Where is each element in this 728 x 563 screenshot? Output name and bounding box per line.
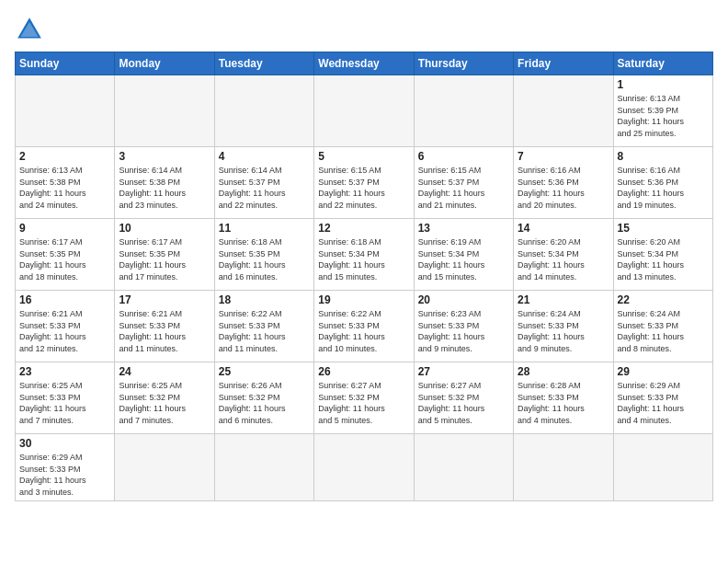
- day-number: 9: [19, 222, 110, 235]
- calendar-cell: 29Sunrise: 6:29 AM Sunset: 5:33 PM Dayli…: [613, 362, 712, 434]
- weekday-header-row: SundayMondayTuesdayWednesdayThursdayFrid…: [16, 52, 713, 75]
- day-info: Sunrise: 6:24 AM Sunset: 5:33 PM Dayligh…: [618, 308, 709, 354]
- calendar-cell: 3Sunrise: 6:14 AM Sunset: 5:38 PM Daylig…: [115, 147, 214, 219]
- logo: [15, 15, 48, 44]
- day-number: 10: [119, 222, 210, 235]
- day-number: 14: [518, 222, 609, 235]
- calendar-cell: 25Sunrise: 6:26 AM Sunset: 5:32 PM Dayli…: [214, 362, 313, 434]
- calendar-cell: 15Sunrise: 6:20 AM Sunset: 5:34 PM Dayli…: [613, 219, 712, 291]
- day-info: Sunrise: 6:16 AM Sunset: 5:36 PM Dayligh…: [518, 165, 609, 211]
- calendar-cell: 28Sunrise: 6:28 AM Sunset: 5:33 PM Dayli…: [514, 362, 613, 434]
- calendar-cell: 11Sunrise: 6:18 AM Sunset: 5:35 PM Dayli…: [214, 219, 313, 291]
- weekday-header-friday: Friday: [514, 52, 613, 75]
- day-info: Sunrise: 6:18 AM Sunset: 5:34 PM Dayligh…: [318, 236, 409, 282]
- day-number: 6: [418, 150, 509, 163]
- calendar-cell: 21Sunrise: 6:24 AM Sunset: 5:33 PM Dayli…: [514, 291, 613, 362]
- day-info: Sunrise: 6:21 AM Sunset: 5:33 PM Dayligh…: [119, 308, 210, 354]
- calendar-cell: [314, 434, 414, 501]
- calendar-cell: [514, 75, 613, 147]
- day-info: Sunrise: 6:18 AM Sunset: 5:35 PM Dayligh…: [219, 236, 310, 282]
- calendar-cell: 14Sunrise: 6:20 AM Sunset: 5:34 PM Dayli…: [514, 219, 613, 291]
- day-number: 29: [618, 365, 709, 378]
- day-info: Sunrise: 6:13 AM Sunset: 5:38 PM Dayligh…: [19, 165, 110, 211]
- day-info: Sunrise: 6:14 AM Sunset: 5:38 PM Dayligh…: [119, 165, 210, 211]
- calendar-cell: 20Sunrise: 6:23 AM Sunset: 5:33 PM Dayli…: [414, 291, 513, 362]
- day-number: 20: [418, 293, 509, 306]
- calendar-week-row: 30Sunrise: 6:29 AM Sunset: 5:33 PM Dayli…: [16, 434, 713, 501]
- day-info: Sunrise: 6:23 AM Sunset: 5:33 PM Dayligh…: [418, 308, 509, 354]
- calendar-cell: 24Sunrise: 6:25 AM Sunset: 5:32 PM Dayli…: [115, 362, 214, 434]
- day-number: 5: [318, 150, 409, 163]
- day-info: Sunrise: 6:29 AM Sunset: 5:33 PM Dayligh…: [19, 452, 110, 498]
- day-number: 26: [318, 365, 409, 378]
- day-info: Sunrise: 6:17 AM Sunset: 5:35 PM Dayligh…: [119, 236, 210, 282]
- weekday-header-monday: Monday: [115, 52, 214, 75]
- calendar-cell: 17Sunrise: 6:21 AM Sunset: 5:33 PM Dayli…: [115, 291, 214, 362]
- day-number: 28: [518, 365, 609, 378]
- day-number: 23: [19, 365, 110, 378]
- calendar-cell: 23Sunrise: 6:25 AM Sunset: 5:33 PM Dayli…: [16, 362, 115, 434]
- calendar-cell: [16, 75, 115, 147]
- weekday-header-wednesday: Wednesday: [314, 52, 414, 75]
- day-number: 24: [119, 365, 210, 378]
- calendar-table: SundayMondayTuesdayWednesdayThursdayFrid…: [15, 52, 713, 501]
- calendar-week-row: 2Sunrise: 6:13 AM Sunset: 5:38 PM Daylig…: [16, 147, 713, 219]
- weekday-header-thursday: Thursday: [414, 52, 513, 75]
- weekday-header-tuesday: Tuesday: [214, 52, 313, 75]
- calendar-cell: 30Sunrise: 6:29 AM Sunset: 5:33 PM Dayli…: [16, 434, 115, 501]
- day-info: Sunrise: 6:20 AM Sunset: 5:34 PM Dayligh…: [618, 236, 709, 282]
- day-number: 11: [219, 222, 310, 235]
- calendar-cell: 4Sunrise: 6:14 AM Sunset: 5:37 PM Daylig…: [214, 147, 313, 219]
- calendar-cell: 18Sunrise: 6:22 AM Sunset: 5:33 PM Dayli…: [214, 291, 313, 362]
- calendar-cell: 8Sunrise: 6:16 AM Sunset: 5:36 PM Daylig…: [613, 147, 712, 219]
- day-info: Sunrise: 6:28 AM Sunset: 5:33 PM Dayligh…: [518, 380, 609, 426]
- day-info: Sunrise: 6:20 AM Sunset: 5:34 PM Dayligh…: [518, 236, 609, 282]
- day-number: 27: [418, 365, 509, 378]
- calendar-cell: 26Sunrise: 6:27 AM Sunset: 5:32 PM Dayli…: [314, 362, 414, 434]
- day-number: 1: [618, 78, 709, 91]
- day-number: 3: [119, 150, 210, 163]
- day-info: Sunrise: 6:22 AM Sunset: 5:33 PM Dayligh…: [318, 308, 409, 354]
- weekday-header-saturday: Saturday: [613, 52, 712, 75]
- calendar-cell: [613, 434, 712, 501]
- day-number: 15: [618, 222, 709, 235]
- day-info: Sunrise: 6:25 AM Sunset: 5:32 PM Dayligh…: [119, 380, 210, 426]
- calendar-week-row: 1Sunrise: 6:13 AM Sunset: 5:39 PM Daylig…: [16, 75, 713, 147]
- calendar-cell: 9Sunrise: 6:17 AM Sunset: 5:35 PM Daylig…: [16, 219, 115, 291]
- day-info: Sunrise: 6:21 AM Sunset: 5:33 PM Dayligh…: [19, 308, 110, 354]
- calendar-cell: 10Sunrise: 6:17 AM Sunset: 5:35 PM Dayli…: [115, 219, 214, 291]
- day-number: 18: [219, 293, 310, 306]
- day-number: 19: [318, 293, 409, 306]
- calendar-cell: 27Sunrise: 6:27 AM Sunset: 5:32 PM Dayli…: [414, 362, 513, 434]
- calendar-cell: [514, 434, 613, 501]
- calendar-cell: 19Sunrise: 6:22 AM Sunset: 5:33 PM Dayli…: [314, 291, 414, 362]
- calendar-cell: [314, 75, 414, 147]
- day-number: 4: [219, 150, 310, 163]
- calendar-cell: [214, 434, 313, 501]
- day-info: Sunrise: 6:26 AM Sunset: 5:32 PM Dayligh…: [219, 380, 310, 426]
- calendar-cell: [115, 434, 214, 501]
- day-number: 17: [119, 293, 210, 306]
- page: SundayMondayTuesdayWednesdayThursdayFrid…: [0, 0, 728, 509]
- logo-icon: [15, 15, 44, 44]
- calendar-cell: 6Sunrise: 6:15 AM Sunset: 5:37 PM Daylig…: [414, 147, 513, 219]
- day-number: 16: [19, 293, 110, 306]
- weekday-header-sunday: Sunday: [16, 52, 115, 75]
- day-info: Sunrise: 6:24 AM Sunset: 5:33 PM Dayligh…: [518, 308, 609, 354]
- calendar-cell: [414, 434, 513, 501]
- day-info: Sunrise: 6:22 AM Sunset: 5:33 PM Dayligh…: [219, 308, 310, 354]
- day-info: Sunrise: 6:29 AM Sunset: 5:33 PM Dayligh…: [618, 380, 709, 426]
- day-number: 21: [518, 293, 609, 306]
- calendar-cell: 1Sunrise: 6:13 AM Sunset: 5:39 PM Daylig…: [613, 75, 712, 147]
- day-number: 12: [318, 222, 409, 235]
- day-info: Sunrise: 6:25 AM Sunset: 5:33 PM Dayligh…: [19, 380, 110, 426]
- day-number: 25: [219, 365, 310, 378]
- calendar-week-row: 16Sunrise: 6:21 AM Sunset: 5:33 PM Dayli…: [16, 291, 713, 362]
- header: [15, 15, 713, 44]
- calendar-cell: [414, 75, 513, 147]
- day-info: Sunrise: 6:17 AM Sunset: 5:35 PM Dayligh…: [19, 236, 110, 282]
- day-info: Sunrise: 6:19 AM Sunset: 5:34 PM Dayligh…: [418, 236, 509, 282]
- day-number: 30: [19, 437, 110, 450]
- calendar-cell: 12Sunrise: 6:18 AM Sunset: 5:34 PM Dayli…: [314, 219, 414, 291]
- day-number: 7: [518, 150, 609, 163]
